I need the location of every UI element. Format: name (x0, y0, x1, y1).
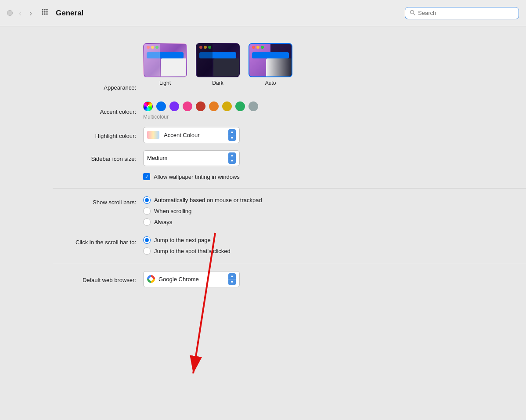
appearance-option-light-label: Light (159, 80, 171, 86)
accent-color-blue[interactable] (156, 101, 166, 111)
svg-point-6 (42, 13, 43, 15)
settings-container: Appearance: (0, 40, 526, 291)
sidebar-icon-size-select[interactable]: Medium ▲ ▼ (143, 150, 240, 167)
appearance-thumb-auto (249, 43, 292, 77)
wallpaper-tinting-control: ✓ Allow wallpaper tinting in windows (143, 173, 240, 180)
stepper-down-icon-3: ▼ (228, 279, 236, 285)
section-divider-2 (53, 263, 526, 263)
appearance-option-auto[interactable]: Auto (249, 43, 292, 86)
accent-colors (143, 101, 258, 111)
appearance-thumb-dark (196, 43, 240, 77)
accent-color-red[interactable] (196, 101, 205, 111)
back-button[interactable]: ‹ (17, 8, 23, 18)
wallpaper-tinting-row: ✓ Allow wallpaper tinting in windows (26, 170, 526, 184)
svg-point-3 (42, 11, 43, 13)
wallpaper-tinting-text: Allow wallpaper tinting in windows (154, 174, 240, 180)
appearance-label: Appearance: (26, 83, 136, 91)
traffic-light (7, 10, 13, 16)
scroll-bars-auto-radio[interactable] (143, 196, 151, 204)
scroll-bars-scrolling-radio[interactable] (143, 207, 151, 215)
search-icon (410, 10, 415, 17)
wallpaper-tinting-checkbox[interactable]: ✓ (143, 173, 150, 180)
stepper-up-icon-2: ▲ (228, 152, 236, 158)
toolbar: ‹ › General (0, 0, 526, 26)
accent-color-multicolor[interactable] (143, 101, 153, 111)
svg-point-8 (46, 13, 48, 15)
highlight-colour-label: Highlight colour: (26, 131, 136, 139)
content: Appearance: (0, 26, 526, 304)
accent-colour-row: Accent colour: (26, 98, 526, 123)
sidebar-icon-size-row: Sidebar icon size: Medium ▲ ▼ (26, 147, 526, 170)
accent-selected-label: Multicolour (143, 114, 169, 120)
search-input[interactable] (418, 10, 514, 16)
grid-button[interactable] (38, 7, 51, 19)
highlight-colour-row: Highlight colour: Accent Colour ▲ ▼ (26, 123, 526, 147)
section-divider-1 (53, 188, 526, 188)
accent-colour-control: Multicolour (143, 101, 258, 120)
click-scroll-bar-spot-row: Jump to the spot that's clicked (143, 247, 231, 255)
click-scroll-bar-next-radio[interactable] (143, 236, 151, 244)
svg-point-0 (42, 9, 43, 11)
accent-color-yellow[interactable] (222, 101, 232, 111)
click-scroll-bar-row: Click in the scroll bar to: Jump to the … (26, 233, 526, 258)
default-browser-stepper[interactable]: ▲ ▼ (228, 273, 236, 285)
svg-line-10 (414, 13, 415, 15)
svg-point-5 (46, 11, 48, 13)
appearance-thumb-light (143, 43, 187, 77)
appearance-option-dark[interactable]: Dark (196, 43, 240, 86)
scroll-bars-always-radio[interactable] (143, 218, 151, 226)
page-title: General (56, 9, 400, 18)
highlight-colour-select[interactable]: Accent Colour ▲ ▼ (143, 127, 240, 143)
default-web-browser-label: Default web browser: (26, 275, 136, 283)
accent-color-graphite[interactable] (249, 101, 258, 111)
wallpaper-tinting-empty-label (26, 176, 136, 177)
show-scroll-bars-row: Show scroll bars: Automatically based on… (26, 193, 526, 229)
click-scroll-bar-next-label: Jump to the next page (154, 237, 211, 243)
sidebar-icon-size-value: Medium (147, 155, 225, 161)
highlight-colour-value: Accent Colour (164, 132, 225, 138)
svg-point-2 (46, 9, 48, 11)
accent-color-green[interactable] (235, 101, 245, 111)
chrome-icon (147, 275, 155, 283)
appearance-row: Appearance: (26, 40, 526, 94)
appearance-option-dark-label: Dark (212, 80, 223, 86)
grid-icon (41, 8, 49, 16)
stepper-down-icon: ▼ (228, 135, 236, 141)
accent-color-pink[interactable] (183, 101, 192, 111)
appearance-option-auto-label: Auto (265, 80, 276, 86)
stepper-down-icon-2: ▼ (228, 158, 236, 164)
forward-button[interactable]: › (28, 8, 34, 18)
scroll-bars-radio-group: Automatically based on mouse or trackpad… (143, 196, 262, 226)
default-web-browser-value: Google Chrome (159, 276, 225, 282)
scroll-bars-scrolling-row: When scrolling (143, 207, 262, 215)
appearance-option-light[interactable]: Light (143, 43, 187, 86)
default-web-browser-select[interactable]: Google Chrome ▲ ▼ (143, 271, 240, 287)
scroll-bars-auto-label: Automatically based on mouse or trackpad (154, 197, 262, 203)
show-scroll-bars-label: Show scroll bars: (26, 197, 136, 206)
svg-point-1 (44, 9, 46, 11)
search-box[interactable] (405, 7, 519, 19)
appearance-control: Light (143, 43, 292, 86)
click-scroll-bar-spot-radio[interactable] (143, 247, 151, 255)
scroll-bars-always-row: Always (143, 218, 262, 226)
highlight-colour-stepper[interactable]: ▲ ▼ (228, 129, 236, 141)
scroll-bars-scrolling-label: When scrolling (154, 208, 191, 214)
stepper-up-icon: ▲ (228, 129, 236, 135)
click-scroll-bar-label: Click in the scroll bar to: (26, 237, 136, 246)
accent-colour-label: Accent colour: (26, 107, 136, 115)
scroll-bars-always-label: Always (154, 219, 172, 225)
svg-point-7 (44, 13, 46, 15)
click-scroll-bar-spot-label: Jump to the spot that's clicked (154, 248, 231, 254)
click-scroll-bar-next-row: Jump to the next page (143, 236, 231, 244)
default-web-browser-row: Default web browser: Google Chrome ▲ ▼ (26, 268, 526, 291)
click-scroll-bar-radio-group: Jump to the next page Jump to the spot t… (143, 236, 231, 255)
stepper-up-icon-3: ▲ (228, 273, 236, 279)
accent-color-purple[interactable] (169, 101, 179, 111)
sidebar-icon-size-label: Sidebar icon size: (26, 154, 136, 162)
highlight-swatch (147, 131, 159, 139)
sidebar-icon-size-stepper[interactable]: ▲ ▼ (228, 152, 236, 164)
svg-point-4 (44, 11, 46, 13)
accent-color-orange[interactable] (209, 101, 219, 111)
scroll-bars-auto-row: Automatically based on mouse or trackpad (143, 196, 262, 204)
appearance-options: Light (143, 43, 292, 86)
